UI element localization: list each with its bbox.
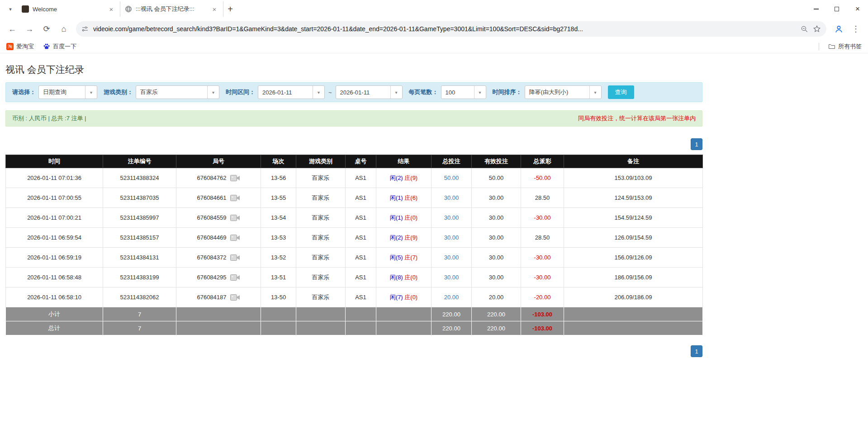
cell-table: AS1 <box>346 208 376 228</box>
tab-welcome[interactable]: Welcome × <box>17 1 120 17</box>
query-type-label: 请选择： <box>12 88 36 96</box>
sort-select[interactable]: 降幂(由大到小) ▾ <box>525 85 602 99</box>
bookmark-label: 爱淘宝 <box>16 42 34 51</box>
cell-time: 2026-01-11 06:59:54 <box>6 228 103 248</box>
result-player: 闲(1) <box>390 214 403 221</box>
url-text[interactable]: videoie.com/game/betrecord_search/kind3?… <box>93 25 796 33</box>
search-button[interactable]: 查询 <box>608 85 634 99</box>
cell-bet-id: 523114385157 <box>103 228 176 248</box>
header-time: 时间 <box>6 155 103 168</box>
cell-round-id: 676084661 <box>176 188 261 208</box>
folder-icon <box>828 43 835 50</box>
game-type-label: 游戏类别： <box>104 88 133 96</box>
all-bookmarks[interactable]: 所有书签 <box>828 42 862 51</box>
tab-strip: ▾ Welcome × :::视讯 会员下注纪录::: × + × <box>0 0 868 18</box>
bookmark-taobao[interactable]: 淘 爱淘宝 <box>6 42 34 51</box>
cell-valid-bet: 30.00 <box>472 208 521 228</box>
new-tab-button[interactable]: + <box>223 2 237 16</box>
game-type-select[interactable]: 百家乐 ▾ <box>136 85 219 99</box>
video-replay-icon[interactable] <box>230 294 240 301</box>
cell-time: 2026-01-11 06:58:48 <box>6 268 103 287</box>
cell-round-id: 676084559 <box>176 208 261 228</box>
cell-session: 13-51 <box>261 268 296 287</box>
cell-total-bet: 30.00 <box>432 268 472 287</box>
zoom-icon[interactable] <box>801 25 808 33</box>
tab-label: Welcome <box>33 6 104 13</box>
menu-kebab-icon[interactable]: ⋮ <box>848 21 863 37</box>
cell-total-bet: 20.00 <box>432 287 472 307</box>
tab-favicon <box>22 5 29 13</box>
taobao-icon: 淘 <box>6 43 14 50</box>
cell-bet-id: 523114382062 <box>103 287 176 307</box>
cell-table: AS1 <box>346 168 376 188</box>
result-banker: 庄(0) <box>404 214 417 221</box>
sort-label: 时间排序： <box>493 88 522 96</box>
address-bar[interactable]: videoie.com/game/betrecord_search/kind3?… <box>76 21 826 37</box>
header-game-type: 游戏类别 <box>296 155 346 168</box>
cell-table: AS1 <box>346 268 376 287</box>
cell-bet-id: 523114383199 <box>103 268 176 287</box>
video-replay-icon[interactable] <box>230 174 240 182</box>
bookmark-baidu[interactable]: 百度一下 <box>43 42 76 51</box>
cell-time: 2026-01-11 07:01:36 <box>6 168 103 188</box>
refresh-icon[interactable]: ⟳ <box>39 21 54 37</box>
cell-time: 2026-01-11 06:58:10 <box>6 287 103 307</box>
cell-session: 13-54 <box>261 208 296 228</box>
result-player: 闲(1) <box>390 194 403 201</box>
cell-bet-id: 523114384131 <box>103 248 176 268</box>
cell-bet-id: 523114387035 <box>103 188 176 208</box>
table-row: 2026-01-11 06:59:19 523114384131 6760843… <box>6 248 703 268</box>
query-type-select[interactable]: 日期查询 ▾ <box>38 85 97 99</box>
tab-label: :::视讯 会员下注纪录::: <box>136 5 207 13</box>
cell-game-type: 百家乐 <box>296 208 346 228</box>
header-payout: 总派彩 <box>521 155 564 168</box>
cell-valid-bet: 20.00 <box>472 287 521 307</box>
cell-total-bet: 30.00 <box>432 208 472 228</box>
tab-betrecord[interactable]: :::视讯 会员下注纪录::: × <box>120 1 223 17</box>
filter-game-type: 游戏类别： 百家乐 ▾ <box>104 85 219 99</box>
profile-icon[interactable] <box>831 21 846 37</box>
cell-remark: 154.59/124.59 <box>564 208 703 228</box>
close-button[interactable]: × <box>847 0 868 18</box>
home-icon[interactable]: ⌂ <box>56 21 71 37</box>
window-controls: × <box>806 0 868 18</box>
maximize-button[interactable] <box>826 0 847 18</box>
date-range-label: 时间区间： <box>226 88 255 96</box>
table-row: 2026-01-11 06:58:10 523114382062 6760841… <box>6 287 703 307</box>
table-body: 2026-01-11 07:01:36 523114388324 6760847… <box>6 168 703 307</box>
cell-bet-id: 523114385997 <box>103 208 176 228</box>
bookmark-star-icon[interactable] <box>813 25 821 33</box>
cell-session: 13-52 <box>261 248 296 268</box>
video-replay-icon[interactable] <box>230 214 240 221</box>
header-round-id: 局号 <box>176 155 261 168</box>
cell-time: 2026-01-11 06:59:19 <box>6 248 103 268</box>
page-button-1[interactable]: 1 <box>691 138 702 150</box>
tab-search-button[interactable]: ▾ <box>4 2 17 16</box>
per-page-input[interactable]: 100 ▾ <box>441 85 486 99</box>
date-end-input[interactable]: 2026-01-11 ▾ <box>336 85 403 99</box>
currency-summary: 币别 : 人民币 | 总共 :7 注单 | <box>12 114 86 122</box>
video-replay-icon[interactable] <box>230 234 240 241</box>
cell-table: AS1 <box>346 248 376 268</box>
tab-close-icon[interactable]: × <box>107 5 115 13</box>
site-info-icon[interactable] <box>81 25 89 33</box>
cell-bet-id: 523114388324 <box>103 168 176 188</box>
cell-remark: 186.09/156.09 <box>564 268 703 287</box>
back-icon[interactable]: ← <box>5 21 20 37</box>
header-table: 桌号 <box>346 155 376 168</box>
chevron-down-icon: ▾ <box>313 86 324 99</box>
cell-result: 闲(2) 庄(9) <box>376 168 432 188</box>
forward-icon[interactable]: → <box>22 21 37 37</box>
table-header-row: 时间 注单编号 局号 场次 游戏类别 桌号 结果 总投注 有效投注 总派彩 备注 <box>6 155 703 168</box>
filter-per-page: 每页笔数： 100 ▾ <box>409 85 486 99</box>
tab-close-icon[interactable]: × <box>210 5 218 13</box>
video-replay-icon[interactable] <box>230 274 240 281</box>
video-replay-icon[interactable] <box>230 254 240 261</box>
video-replay-icon[interactable] <box>230 194 240 202</box>
table-row: 2026-01-11 07:00:55 523114387035 6760846… <box>6 188 703 208</box>
date-separator: ~ <box>328 89 332 96</box>
navigation-bar: ← → ⟳ ⌂ videoie.com/game/betrecord_searc… <box>0 18 868 40</box>
page-button-1[interactable]: 1 <box>691 345 702 357</box>
date-start-input[interactable]: 2026-01-11 ▾ <box>258 85 325 99</box>
minimize-button[interactable] <box>806 0 826 18</box>
